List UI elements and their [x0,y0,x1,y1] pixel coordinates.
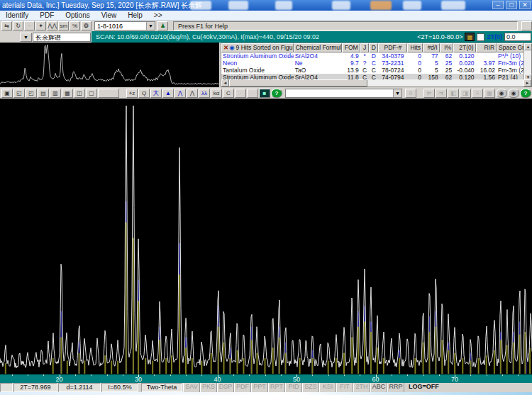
scrollbar-track[interactable] [367,79,523,87]
help-icon[interactable]: ? [520,89,531,98]
search-match-results-table[interactable]: ✕◉9 Hits Sorted on Figure-Of-...Chemical… [221,43,532,87]
overlay-option-button[interactable]: ◨ [460,89,471,98]
close-button[interactable]: ✕ [519,1,531,9]
window-arrange-button[interactable]: ▢ [86,89,97,98]
help-icon[interactable]: ? [271,89,282,98]
window-arrange-button[interactable]: ▥ [50,89,61,98]
menu-[interactable]: >> [148,11,168,21]
display-mode-button[interactable]: ▦ [465,33,475,41]
two-theta-axis[interactable]: 203040506070 [0,374,532,383]
profile-fit-icon[interactable]: ⋀ [174,89,186,98]
column-header[interactable]: I% [440,43,454,52]
column-header[interactable]: PDF-# [378,43,407,52]
window-arrange-button[interactable]: ▣ [1,89,13,98]
overlay-option-button[interactable]: ⇇ [423,89,435,98]
table-vertical-scrollbar[interactable]: ▲ ▼ [523,43,531,81]
column-header[interactable]: #d/I [423,43,440,52]
column-header[interactable]: 2T(0) [453,43,475,52]
scroll-left-button[interactable]: ◄ [221,79,229,87]
record-button[interactable]: ◉ [508,89,519,98]
table-row[interactable]: Tantalum OxideTaO13.9CC78-07240525-0.040… [221,67,531,74]
dash-icon[interactable]: − [24,21,35,30]
diffraction-plot[interactable] [0,99,532,374]
status-button-pdf[interactable]: PDF [234,383,251,392]
column-header[interactable]: FOM [342,43,360,52]
kalpha2-strip-icon[interactable]: λλ [199,89,210,98]
overlay-color-icon[interactable]: ■ [259,89,270,98]
maximize-button[interactable]: □ [506,1,517,9]
minimize-button[interactable]: – [492,1,504,9]
two-theta-zero-input[interactable]: 0.0 [504,33,531,41]
status-button-szs[interactable]: SZS [302,383,319,392]
title-bar[interactable]: aterials Data, Inc.] Tuesday, Sep 15, 20… [0,0,532,11]
chevron-down-icon[interactable]: ▼ [393,89,401,97]
sm-filter-icon[interactable]: ❂ [81,21,92,30]
overlay-option-button[interactable]: ◧ [448,89,459,98]
status-button-dsp[interactable]: DSP [217,383,234,392]
status-button-rrp[interactable]: RRP [387,383,404,392]
spare-icon[interactable]: · [235,89,246,98]
record-button[interactable]: ◉ [496,89,507,98]
pin-icon[interactable]: ◉ [229,44,234,51]
table-row[interactable]: NeonNe9.7?C73-223105250.0203.97Fm-3m (22… [221,60,531,67]
chevron-down-icon[interactable]: ▼ [146,22,155,30]
offset-checkbox[interactable] [477,33,484,41]
table-row[interactable]: Strontium Aluminum OxideSrAl2O44.9*D34-0… [221,52,531,60]
window-arrange-button[interactable]: ◫ [74,89,85,98]
magnifier-icon[interactable]: Q [138,89,150,98]
corner-button[interactable] [521,21,532,30]
menu-help[interactable]: Help [122,11,148,21]
overlay-option-button[interactable]: ⇉ [436,89,447,98]
status-button-abc[interactable]: ABC [370,383,387,392]
status-button-ppt[interactable]: PPT [251,383,268,392]
status-button-ksi[interactable]: KSI [319,383,336,392]
overlay-toggle-icon[interactable]: ⇆ [1,21,12,30]
go-button[interactable]: ♟ [157,21,168,30]
overlay-option-button[interactable]: ≡ [472,89,483,98]
background-icon[interactable]: C [223,89,234,98]
zoom-cursor-icon[interactable]: ⌖z [126,89,138,98]
column-header[interactable]: RIR [476,43,497,52]
log-toggle-button[interactable]: LOG=OFF [404,383,443,392]
fill-peaks-icon[interactable]: ▲ [162,89,174,98]
window-arrange-button[interactable]: ▦ [62,89,73,98]
menu-pdf[interactable]: PDF [34,11,60,21]
kalpha-icon[interactable]: kα [211,89,222,98]
status-button-rpt[interactable]: RPT [268,383,285,392]
pdf-range-combo[interactable]: 1-8-1016 ▼ [94,21,155,30]
column-header[interactable]: J [360,43,370,52]
full-scale-icon[interactable]: 大 [150,89,162,98]
status-button-pks[interactable]: PKS [200,383,217,392]
overlay-option-button[interactable]: ▦ [484,89,495,98]
column-header[interactable]: Hits [407,43,423,52]
window-arrange-button[interactable]: ▤ [38,89,49,98]
pattern-dropdown-button[interactable]: ▼ [20,33,32,42]
pattern-thumbnail[interactable] [0,43,221,87]
phase-select-combo[interactable]: ▼ [285,89,402,98]
scroll-up-button[interactable]: ▲ [524,43,532,50]
column-header[interactable]: Chemical Formula [294,43,342,52]
scrollbar-thumb[interactable] [229,79,367,87]
window-arrange-button[interactable]: ◱ [13,89,25,98]
percent-icon[interactable]: % [70,21,80,30]
refresh-icon[interactable]: ↻ [13,21,23,30]
peak-label-icon[interactable]: ⋀ [187,89,198,98]
crosshair-icon[interactable]: ✦ [35,21,46,30]
status-button-pid[interactable]: PID [285,383,302,392]
spare-icon[interactable]: · [247,89,258,98]
table-body[interactable]: Strontium Aluminum OxideSrAl2O44.9*D34-0… [221,52,531,81]
status-button-fit[interactable]: FIT [336,383,353,392]
table-horizontal-scrollbar[interactable]: ◄ ► [221,79,531,87]
search-match-icon[interactable]: sm [58,21,69,30]
pattern-name-box[interactable]: 长余辉谱 [33,33,91,42]
table-header-row[interactable]: ✕◉9 Hits Sorted on Figure-Of-...Chemical… [221,43,531,52]
status-button-sav[interactable]: SAV [183,383,200,392]
close-icon[interactable]: ✕ [223,44,228,51]
axis-mode-button[interactable]: Two-Theta [141,383,182,392]
peak-profile-icon[interactable]: ⋀⋀ [47,21,57,30]
scroll-right-button[interactable]: ► [523,79,531,87]
window-arrange-button[interactable]: ◰ [26,89,37,98]
status-button-2th[interactable]: 2TH [353,383,370,392]
column-header[interactable]: D [369,43,378,52]
menu-identify[interactable]: Identify [0,11,34,21]
